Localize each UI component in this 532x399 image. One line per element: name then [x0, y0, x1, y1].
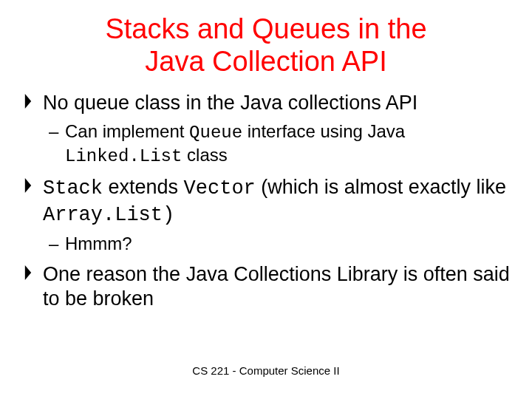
dash-icon: – — [49, 120, 58, 143]
bullet-1-text: No queue class in the Java collections A… — [43, 92, 417, 114]
bullet-3: One reason the Java Collections Library … — [22, 262, 510, 313]
b2-code1: Stack — [43, 177, 103, 200]
slide: Stacks and Queues in the Java Collection… — [0, 0, 532, 399]
b1-sub-code2: Linked.List — [65, 146, 182, 166]
b1-sub-mid: interface using Java — [242, 121, 405, 141]
slide-title: Stacks and Queues in the Java Collection… — [22, 13, 510, 78]
b2-t1: extends — [103, 176, 184, 198]
bullet-3-text: One reason the Java Collections Library … — [43, 263, 510, 310]
slide-body: No queue class in the Java collections A… — [22, 91, 510, 312]
b2-t2: (which is almost exactly like — [256, 176, 506, 198]
bullet-1: No queue class in the Java collections A… — [22, 91, 510, 116]
b2-code2: Vector — [184, 177, 256, 200]
bullet-2-sub: – Hmmm? — [22, 233, 510, 255]
b2-sub-text: Hmmm? — [65, 233, 132, 253]
b1-sub-post: class — [182, 145, 227, 165]
b2-code3: Array.List) — [43, 204, 174, 226]
dash-icon: – — [49, 233, 58, 255]
b1-sub-pre: Can implement — [65, 121, 189, 141]
footer-text: CS 221 - Computer Science II — [192, 364, 339, 377]
b1-sub-code1: Queue — [189, 123, 242, 143]
bullet-2: Stack extends Vector (which is almost ex… — [22, 175, 510, 228]
bullet-1-sub: – Can implement Queue interface using Ja… — [22, 120, 510, 168]
title-line-2: Java Collection API — [145, 46, 386, 77]
title-line-1: Stacks and Queues in the — [105, 13, 426, 44]
slide-footer: CS 221 - Computer Science II — [0, 364, 532, 377]
